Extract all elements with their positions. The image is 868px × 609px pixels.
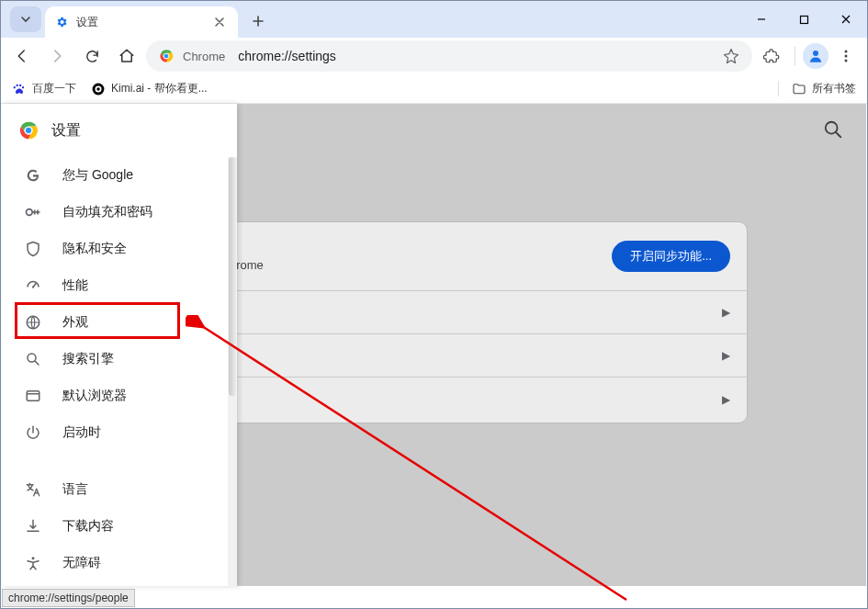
- nav-appearance[interactable]: 外观: [2, 304, 230, 341]
- web-icon: [24, 313, 42, 332]
- window-minimize-button[interactable]: [740, 1, 783, 38]
- all-bookmarks-label: 所有书签: [812, 81, 856, 96]
- status-bar-link-preview: chrome://settings/people: [2, 589, 135, 607]
- nav-label: 自动填充和密码: [62, 204, 152, 220]
- window-close-button[interactable]: [825, 1, 867, 38]
- browser-tab-active[interactable]: 设置: [45, 6, 238, 38]
- back-button[interactable]: [6, 40, 38, 72]
- nav-performance[interactable]: 性能: [2, 267, 230, 304]
- svg-point-6: [845, 55, 848, 58]
- bookmark-label: Kimi.ai - 帮你看更...: [111, 81, 208, 96]
- nav-accessibility[interactable]: 无障碍: [2, 545, 230, 581]
- window-controls: [740, 1, 867, 38]
- close-icon: [840, 14, 851, 25]
- browser-window-icon: [24, 387, 42, 405]
- google-g-icon: [24, 166, 42, 185]
- chevron-right-icon: ▶: [722, 349, 730, 362]
- nav-downloads[interactable]: 下载内容: [2, 508, 230, 545]
- svg-point-18: [28, 354, 36, 362]
- chevron-right-icon: ▶: [722, 306, 730, 319]
- svg-point-16: [32, 286, 34, 288]
- chevron-right-icon: ▶: [722, 393, 730, 406]
- address-bar[interactable]: Chrome chrome://settings: [146, 40, 752, 72]
- chevron-down-icon: [20, 14, 31, 25]
- folder-icon: [792, 82, 806, 96]
- bookmark-label: 百度一下: [32, 81, 76, 96]
- shield-icon: [24, 240, 42, 258]
- bookmark-kimi[interactable]: Kimi.ai - 帮你看更...: [91, 81, 208, 96]
- nav-you-and-google[interactable]: 您与 Google: [2, 157, 230, 194]
- window-maximize-button[interactable]: [783, 1, 825, 38]
- kimi-icon: [91, 82, 106, 96]
- extensions-button[interactable]: [756, 40, 787, 72]
- close-icon: [215, 17, 224, 27]
- browser-toolbar: Chrome chrome://settings: [1, 38, 867, 74]
- nav-default-browser[interactable]: 默认浏览器: [2, 378, 230, 414]
- home-button[interactable]: [111, 40, 142, 72]
- nav-label: 您与 Google: [62, 167, 133, 184]
- svg-point-11: [826, 122, 838, 134]
- profile-avatar-button[interactable]: [803, 43, 829, 69]
- svg-point-7: [845, 60, 848, 62]
- window-titlebar: 设置: [1, 1, 867, 38]
- nav-label: 语言: [62, 481, 88, 498]
- tab-close-button[interactable]: [210, 13, 229, 31]
- nav-label: 默认浏览器: [62, 388, 127, 404]
- drawer-title: 设置: [51, 121, 81, 141]
- svg-point-20: [32, 557, 35, 559]
- bookmark-baidu[interactable]: 百度一下: [12, 81, 76, 96]
- power-icon: [24, 423, 42, 442]
- reload-button[interactable]: [76, 40, 107, 72]
- home-icon: [118, 48, 135, 64]
- nav-label: 启动时: [62, 424, 101, 441]
- chrome-logo-icon: [18, 120, 39, 141]
- minimize-icon: [756, 14, 767, 25]
- menu-button[interactable]: [830, 40, 862, 72]
- kebab-icon: [839, 49, 853, 63]
- forward-button[interactable]: [41, 40, 73, 72]
- nav-on-startup[interactable]: 启动时: [2, 414, 230, 451]
- nav-label: 隐私和安全: [62, 241, 127, 257]
- speedometer-icon: [24, 276, 42, 295]
- svg-point-5: [845, 51, 848, 53]
- svg-point-4: [813, 51, 818, 56]
- settings-search-button[interactable]: [822, 118, 844, 141]
- bookmark-star-button[interactable]: [723, 48, 739, 64]
- url-text: chrome://settings: [238, 49, 336, 63]
- new-tab-button[interactable]: [245, 8, 271, 34]
- svg-rect-19: [27, 391, 39, 401]
- puzzle-icon: [763, 48, 780, 64]
- search-icon: [24, 350, 42, 368]
- separator: [795, 47, 795, 65]
- turn-on-sync-button[interactable]: 开启同步功能...: [612, 241, 730, 272]
- maximize-icon: [799, 15, 809, 25]
- nav-privacy-security[interactable]: 隐私和安全: [2, 231, 230, 267]
- translate-icon: [24, 480, 42, 499]
- chrome-chip-icon: [159, 49, 174, 63]
- bookmarks-bar: 百度一下 Kimi.ai - 帮你看更... 所有书签: [1, 74, 867, 104]
- nav-search-engine[interactable]: 搜索引擎: [2, 341, 230, 378]
- nav-label: 无障碍: [62, 555, 101, 571]
- paw-icon: [12, 82, 27, 96]
- settings-page: Google 的智能技术 同步并个性化设置 Chrome 开启同步功能... 服…: [2, 104, 866, 586]
- arrow-left-icon: [14, 48, 30, 64]
- nav-languages[interactable]: 语言: [2, 471, 230, 508]
- all-bookmarks-button[interactable]: 所有书签: [778, 81, 856, 96]
- nav-label: 外观: [62, 314, 88, 331]
- nav-autofill[interactable]: 自动填充和密码: [2, 194, 230, 231]
- settings-nav-drawer: 设置 您与 Google 自动填充和密码 隐私和安全 性能 外观: [2, 104, 237, 586]
- reload-icon: [85, 49, 100, 64]
- plus-icon: [252, 15, 265, 28]
- tab-search-dropdown[interactable]: [10, 6, 41, 32]
- svg-point-15: [27, 209, 33, 216]
- star-icon: [723, 48, 739, 64]
- gear-icon: [54, 15, 69, 29]
- person-icon: [807, 48, 824, 64]
- key-icon: [24, 203, 42, 221]
- drawer-header: 设置: [2, 104, 237, 157]
- drawer-scrollbar-thumb[interactable]: [229, 157, 236, 396]
- accessibility-icon: [24, 554, 42, 572]
- tab-title: 设置: [76, 15, 203, 30]
- svg-rect-0: [800, 16, 807, 23]
- drawer-scrollbar-track: [228, 157, 237, 586]
